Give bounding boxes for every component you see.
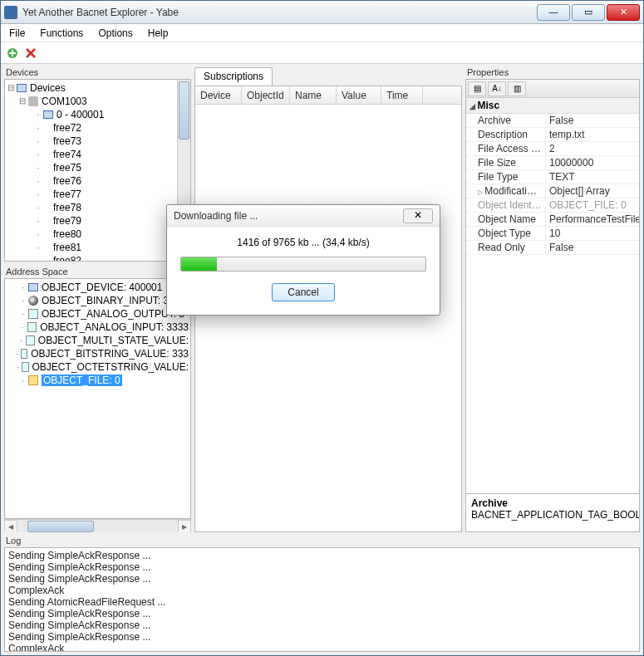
subs-col-device[interactable]: Device — [195, 86, 242, 104]
log-line: Sending SimpleAckResponse ... — [8, 631, 636, 643]
addr-item-3[interactable]: ·OBJECT_ANALOG_INPUT: 3333 — [7, 321, 189, 334]
propdesc-title: Archive — [471, 497, 634, 509]
subs-col-objectid[interactable]: ObjectId — [242, 86, 290, 104]
property-description: Archive BACNET_APPLICATION_TAG_BOOLEAN — [466, 493, 639, 531]
properties-label: Properties — [465, 67, 640, 79]
prop-row-5[interactable]: Modification DaObject[] Array — [466, 184, 639, 198]
devices-pane: ⊟Devices⊟COM1003·0 - 400001·free72·free7… — [4, 79, 191, 262]
minimize-button[interactable]: — — [537, 4, 570, 21]
download-status: 1416 of 9765 kb ... (34,4 kb/s) — [180, 237, 426, 248]
tree-free-10[interactable]: ·free82 — [7, 254, 189, 262]
prop-row-3[interactable]: File Size10000000 — [466, 156, 639, 170]
app-icon — [4, 6, 17, 19]
log-line: Sending AtomicReadFileRequest ... — [8, 596, 636, 608]
prop-alpha-button[interactable]: A↓ — [488, 81, 506, 96]
prop-categorized-button[interactable]: ▤ — [468, 81, 486, 96]
prop-row-8[interactable]: Object Type10 — [466, 227, 639, 241]
prop-row-2[interactable]: File Access Met2 — [466, 142, 639, 156]
addr-item-1[interactable]: ·OBJECT_BINARY_INPUT: 3 — [7, 294, 189, 307]
delete-icon[interactable] — [24, 47, 37, 60]
log-pane[interactable]: Sending SimpleAckResponse ...Sending Sim… — [4, 547, 640, 652]
titlebar[interactable]: Yet Another Bacnet Explorer - Yabe — ▭ ✕ — [1, 1, 643, 24]
address-space-hscrollbar[interactable]: ◂▸ — [4, 519, 191, 532]
prop-pages-button[interactable]: ▥ — [508, 81, 526, 96]
close-button[interactable]: ✕ — [607, 4, 640, 21]
prop-row-9[interactable]: Read OnlyFalse — [466, 241, 639, 255]
menu-help[interactable]: Help — [148, 27, 169, 39]
prop-row-7[interactable]: Object NamePerformanceTestFile — [466, 213, 639, 227]
propdesc-body: BACNET_APPLICATION_TAG_BOOLEAN — [471, 509, 640, 521]
menu-functions[interactable]: Functions — [40, 27, 83, 39]
addr-item-0[interactable]: ·OBJECT_DEVICE: 400001 — [7, 281, 189, 294]
dialog-titlebar[interactable]: Downloading file ... ✕ — [167, 205, 440, 227]
tree-port[interactable]: ⊟COM1003 — [7, 95, 189, 108]
address-space-label: Address Space — [4, 267, 191, 278]
prop-category[interactable]: Misc — [466, 98, 639, 114]
log-line: Sending SimpleAckResponse ... — [8, 561, 636, 573]
log-line: Sending SimpleAckResponse ... — [8, 608, 636, 619]
window-title: Yet Another Bacnet Explorer - Yabe — [22, 7, 537, 18]
subs-col-time[interactable]: Time — [381, 86, 423, 104]
tree-free-7[interactable]: ·free79 — [7, 214, 189, 228]
tree-free-2[interactable]: ·free74 — [7, 148, 189, 161]
tree-free-6[interactable]: ·free78 — [7, 201, 189, 214]
toolbar — [1, 42, 643, 64]
log-line: ComplexAck — [8, 585, 636, 596]
menu-file[interactable]: File — [9, 27, 25, 39]
download-dialog: Downloading file ... ✕ 1416 of 9765 kb .… — [166, 204, 440, 316]
app-window: Yet Another Bacnet Explorer - Yabe — ▭ ✕… — [0, 0, 644, 656]
tree-free-8[interactable]: ·free80 — [7, 228, 189, 241]
log-line: Sending SimpleAckResponse ... — [8, 550, 636, 561]
properties-toolbar: ▤ A↓ ▥ — [466, 80, 639, 98]
log-line: Sending SimpleAckResponse ... — [8, 619, 636, 631]
dialog-close-button[interactable]: ✕ — [403, 208, 433, 223]
address-space-pane: ·OBJECT_DEVICE: 400001·OBJECT_BINARY_INP… — [4, 278, 191, 519]
cancel-button[interactable]: Cancel — [272, 283, 334, 301]
dialog-title: Downloading file ... — [174, 210, 403, 222]
log-line: Sending SimpleAckResponse ... — [8, 573, 636, 585]
prop-row-0[interactable]: ArchiveFalse — [466, 114, 639, 128]
tree-free-5[interactable]: ·free77 — [7, 188, 189, 201]
tree-free-9[interactable]: ·free81 — [7, 241, 189, 254]
tree-free-3[interactable]: ·free75 — [7, 161, 189, 174]
add-icon[interactable] — [6, 47, 19, 60]
maximize-button[interactable]: ▭ — [572, 4, 605, 21]
devices-label: Devices — [4, 67, 191, 79]
tree-free-0[interactable]: ·free72 — [7, 121, 189, 135]
subs-col-name[interactable]: Name — [290, 86, 337, 104]
prop-row-4[interactable]: File TypeTEXT — [466, 170, 639, 184]
subs-col-value[interactable]: Value — [337, 86, 381, 104]
addr-item-7[interactable]: ·OBJECT_FILE: 0 — [7, 374, 189, 387]
log-line: ComplexAck — [8, 643, 636, 652]
tree-free-1[interactable]: ·free73 — [7, 135, 189, 148]
menu-options[interactable]: Options — [98, 27, 132, 39]
tab-subscriptions[interactable]: Subscriptions — [194, 67, 273, 86]
properties-pane: ▤ A↓ ▥ MiscArchiveFalseDescriptiontemp.t… — [465, 79, 640, 532]
tree-device[interactable]: ·0 - 400001 — [7, 108, 189, 121]
log-label: Log — [4, 536, 640, 547]
progress-bar — [180, 257, 426, 272]
prop-row-1[interactable]: Descriptiontemp.txt — [466, 128, 639, 142]
prop-row-6[interactable]: Object IdentifierOBJECT_FILE: 0 — [466, 198, 639, 213]
tree-root-devices[interactable]: ⊟Devices — [7, 81, 189, 95]
tree-free-4[interactable]: ·free76 — [7, 174, 189, 188]
addr-item-5[interactable]: ·OBJECT_BITSTRING_VALUE: 333 — [7, 347, 189, 360]
menubar: File Functions Options Help — [1, 24, 643, 42]
addr-item-4[interactable]: ·OBJECT_MULTI_STATE_VALUE: — [7, 334, 189, 347]
addr-item-6[interactable]: ·OBJECT_OCTETSTRING_VALUE: — [7, 360, 189, 374]
addr-item-2[interactable]: ·OBJECT_ANALOG_OUTPUT: 3 — [7, 307, 189, 321]
